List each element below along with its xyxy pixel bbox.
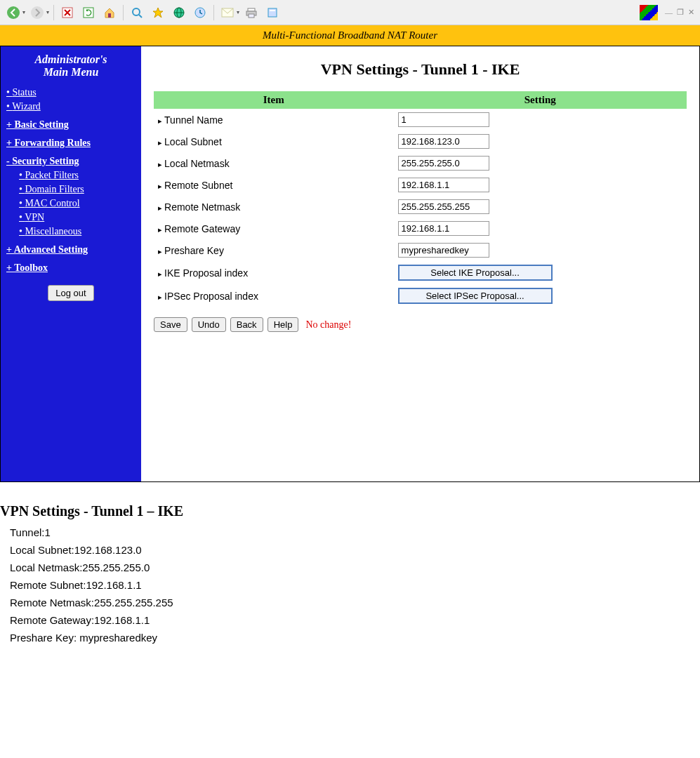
sidebar-item-vpn[interactable]: VPN — [19, 212, 136, 223]
doc-line: Remote Netmask:255.255.255.255 — [10, 597, 700, 609]
table-row: Remote Netmask — [154, 196, 687, 218]
close-icon[interactable]: ✕ — [687, 8, 696, 17]
sidebar-item-domain-filters[interactable]: Domain Filters — [19, 184, 136, 195]
row-label: Remote Netmask — [154, 196, 394, 218]
doc-section: VPN Settings - Tunnel 1 – IKE Tunnel:1 L… — [0, 482, 700, 644]
tunnel-name-input[interactable] — [398, 112, 489, 127]
sidebar-item-advanced-setting[interactable]: + Advanced Setting — [6, 244, 136, 255]
doc-line: Remote Gateway:192.168.1.1 — [10, 614, 700, 626]
forward-icon[interactable] — [28, 4, 46, 22]
table-row: Remote Subnet — [154, 174, 687, 196]
local-netmask-input[interactable] — [398, 156, 489, 171]
doc-line: Tunnel:1 — [10, 526, 700, 538]
row-label: Local Netmask — [154, 152, 394, 174]
sidebar-item-toolbox[interactable]: + Toolbox — [6, 262, 136, 274]
status-text: No change! — [305, 319, 351, 331]
svg-point-1 — [31, 6, 44, 19]
row-label: Tunnel Name — [154, 109, 394, 131]
config-table: Item Setting Tunnel Name Local Subnet Lo… — [154, 91, 687, 307]
content: VPN Settings - Tunnel 1 - IKE Item Setti… — [141, 46, 699, 481]
sidebar-item-mac-control[interactable]: MAC Control — [19, 198, 136, 209]
doc-line: Local Netmask:255.255.255.0 — [10, 561, 700, 573]
restore-icon[interactable]: ❐ — [675, 8, 685, 17]
action-row: Save Undo Back Help No change! — [154, 317, 687, 332]
svg-rect-3 — [84, 8, 93, 18]
back-button[interactable]: Back — [230, 317, 263, 332]
print-icon[interactable] — [242, 4, 260, 22]
stop-icon[interactable] — [58, 4, 77, 22]
refresh-icon[interactable] — [79, 4, 98, 22]
doc-line: Local Subnet:192.168.123.0 — [10, 544, 700, 556]
back-icon[interactable] — [4, 4, 22, 22]
svg-point-0 — [7, 6, 20, 19]
home-icon[interactable] — [100, 4, 119, 22]
remote-gateway-input[interactable] — [398, 221, 489, 236]
sidebar-item-security-setting[interactable]: - Security Setting — [6, 156, 136, 167]
undo-button[interactable]: Undo — [192, 317, 226, 332]
row-label: Preshare Key — [154, 239, 394, 261]
row-label: Remote Gateway — [154, 218, 394, 239]
table-row: Local Subnet — [154, 131, 687, 152]
help-button[interactable]: Help — [268, 317, 299, 332]
row-label: Remote Subnet — [154, 174, 394, 196]
banner: Multi-Functional Broadband NAT Router — [0, 25, 700, 46]
back-dropdown-icon[interactable]: ▾ — [22, 9, 25, 15]
sidebar: Administrator'sMain Menu Status Wizard +… — [1, 46, 141, 481]
svg-rect-12 — [248, 8, 255, 11]
minimize-icon[interactable]: — — [663, 8, 674, 17]
mail-icon[interactable] — [218, 4, 237, 22]
sidebar-title: Administrator'sMain Menu — [6, 53, 136, 79]
windows-flag-icon — [640, 5, 658, 20]
table-row: Preshare Key — [154, 239, 687, 261]
doc-line: Preshare Key: mypresharedkey — [10, 632, 700, 644]
remote-subnet-input[interactable] — [398, 178, 489, 192]
svg-rect-15 — [268, 8, 277, 17]
svg-rect-4 — [108, 13, 111, 18]
save-button[interactable]: Save — [154, 317, 187, 332]
logout-button[interactable]: Log out — [48, 285, 93, 301]
favorites-icon[interactable] — [149, 4, 167, 22]
svg-rect-14 — [249, 14, 254, 18]
row-label: IPSec Proposal index — [154, 284, 394, 307]
table-row: Local Netmask — [154, 152, 687, 174]
mail-dropdown-icon[interactable]: ▾ — [237, 9, 239, 15]
table-row: Tunnel Name — [154, 109, 687, 131]
sidebar-item-basic-setting[interactable]: + Basic Setting — [6, 119, 136, 131]
search-icon[interactable] — [128, 4, 146, 22]
sidebar-item-miscellaneous[interactable]: Miscellaneous — [19, 226, 136, 237]
forward-dropdown-icon[interactable]: ▾ — [46, 9, 49, 15]
svg-line-6 — [139, 15, 142, 18]
doc-line: Remote Subnet:192.168.1.1 — [10, 579, 700, 591]
doc-title: VPN Settings - Tunnel 1 – IKE — [0, 503, 700, 519]
row-label: Local Subnet — [154, 131, 394, 152]
ipsec-proposal-button[interactable]: Select IPSec Proposal... — [398, 288, 553, 304]
preshare-key-input[interactable] — [398, 243, 489, 258]
sidebar-item-forwarding-rules[interactable]: + Forwarding Rules — [6, 138, 136, 149]
ike-proposal-button[interactable]: Select IKE Proposal... — [398, 265, 553, 281]
local-subnet-input[interactable] — [398, 134, 489, 149]
history-icon[interactable] — [191, 4, 209, 22]
page-title: VPN Settings - Tunnel 1 - IKE — [154, 60, 687, 79]
table-row: Remote Gateway — [154, 218, 687, 239]
table-row: IPSec Proposal indexSelect IPSec Proposa… — [154, 284, 687, 307]
remote-netmask-input[interactable] — [398, 199, 489, 214]
sidebar-item-packet-filters[interactable]: Packet Filters — [19, 170, 136, 181]
svg-point-5 — [133, 8, 140, 15]
browser-toolbar: ▾ ▾ ▾ — ❐ ✕ — [0, 0, 700, 25]
svg-rect-16 — [270, 10, 275, 11]
col-item: Item — [154, 91, 394, 109]
sidebar-item-status[interactable]: Status — [6, 87, 136, 98]
globe-icon[interactable] — [170, 4, 188, 22]
col-setting: Setting — [394, 91, 687, 109]
edit-icon[interactable] — [263, 4, 282, 22]
table-row: IKE Proposal indexSelect IKE Proposal... — [154, 261, 687, 284]
row-label: IKE Proposal index — [154, 261, 394, 284]
sidebar-item-wizard[interactable]: Wizard — [6, 101, 136, 112]
